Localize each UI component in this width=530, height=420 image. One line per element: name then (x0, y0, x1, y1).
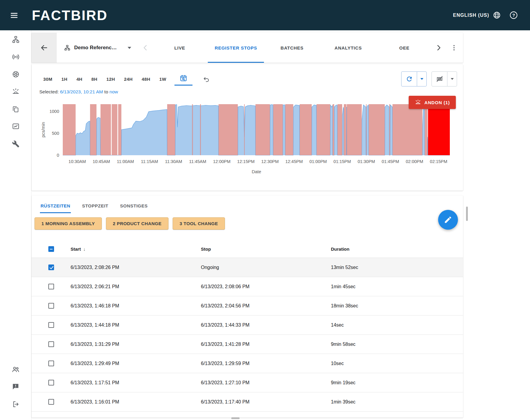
range-button-24h[interactable]: 24H (120, 74, 137, 85)
back-button[interactable] (32, 33, 57, 63)
stop-band[interactable] (273, 104, 283, 155)
stops-tab-stoppzeit[interactable]: STOPPZEIT (81, 198, 109, 213)
range-button-1h[interactable]: 1H (57, 74, 72, 85)
table-row[interactable]: 6/13/2023, 2:08:26 PMOngoing13min 52sec (32, 258, 463, 277)
language-selector[interactable]: ENGLISH (US) (453, 11, 501, 19)
tabs-scroll-right[interactable] (432, 44, 445, 52)
stop-band[interactable] (347, 104, 362, 155)
stops-tab-rüstzeiten[interactable]: RÜSTZEITEN (40, 198, 71, 213)
quick-action-3-tool-change[interactable]: 3 TOOL CHANGE (173, 217, 225, 230)
row-checkbox[interactable] (48, 399, 54, 405)
stop-band[interactable] (101, 104, 111, 155)
table-row[interactable]: 6/13/2023, 1:29:49 PM6/13/2023, 1:29:59 … (32, 354, 463, 373)
stop-band[interactable] (200, 104, 201, 155)
stop-band[interactable] (333, 104, 334, 155)
hierarchy-icon[interactable] (7, 31, 24, 48)
undo-icon[interactable] (201, 74, 212, 85)
stop-band[interactable] (244, 104, 245, 155)
broadcast-icon[interactable] (7, 48, 24, 65)
row-checkbox[interactable] (48, 284, 54, 289)
column-header-stop[interactable]: Stop (201, 246, 331, 252)
wheel-icon[interactable] (7, 65, 24, 83)
insights-icon[interactable] (7, 118, 24, 135)
table-row[interactable]: 6/13/2023, 1:16:01 PM6/13/2023, 1:17:40 … (32, 392, 463, 412)
selected-from-link[interactable]: 6/13/2023, 10:21 AM (60, 89, 103, 94)
exclude-stops-options-button[interactable] (447, 71, 457, 86)
range-button-48h[interactable]: 48H (137, 74, 155, 85)
range-button-4h[interactable]: 4H (72, 74, 87, 85)
row-checkbox[interactable] (48, 322, 54, 328)
device-selector[interactable]: Demo Referenc… (64, 44, 139, 51)
quick-action-1-morning-assembly[interactable]: 1 MORNING ASSEMBLY (35, 217, 102, 230)
edit-fab[interactable] (438, 210, 458, 230)
table-row[interactable]: 6/13/2023, 1:31:29 PM6/13/2023, 1:41:28 … (32, 335, 463, 354)
feedback-icon[interactable] (7, 378, 24, 395)
range-button-1w[interactable]: 1W (155, 74, 171, 85)
stops-tab-sonstiges[interactable]: SONSTIGES (120, 198, 148, 213)
column-header-start[interactable]: Start↓ (71, 246, 201, 252)
row-checkbox[interactable] (48, 361, 54, 366)
stop-band[interactable] (425, 104, 427, 155)
people-icon[interactable] (7, 361, 24, 378)
production-rate-chart[interactable]: 10:30AM10:45AM11:00AM11:15AM11:30AM11:45… (32, 101, 463, 179)
range-button-30m[interactable]: 30M (39, 74, 57, 85)
row-checkbox[interactable] (48, 341, 54, 347)
stop-band[interactable] (344, 104, 347, 155)
tab-analytics[interactable]: ANALYTICS (320, 33, 376, 63)
refresh-options-button[interactable] (417, 71, 427, 86)
tab-oee[interactable]: OEE (376, 33, 432, 63)
stop-band[interactable] (219, 104, 238, 155)
stop-band[interactable] (63, 104, 76, 155)
stop-band[interactable] (167, 104, 175, 155)
andon-button[interactable]: ANDON (1) (409, 96, 456, 109)
wrench-icon[interactable] (7, 135, 24, 153)
cell-start: 6/13/2023, 2:08:26 PM (71, 265, 201, 270)
custom-range-button[interactable] (174, 72, 192, 86)
table-row[interactable]: 6/13/2023, 1:17:51 PM6/13/2023, 1:27:10 … (32, 373, 463, 392)
selected-to-link[interactable]: now (110, 89, 118, 94)
stop-band[interactable] (118, 104, 122, 155)
stop-band[interactable] (389, 104, 390, 155)
stop-band[interactable] (316, 104, 330, 155)
table-row[interactable]: 6/13/2023, 1:44:18 PM6/13/2023, 1:44:33 … (32, 316, 463, 335)
tab-batches[interactable]: BATCHES (264, 33, 320, 63)
vertical-scrollbar-thumb[interactable] (466, 207, 468, 221)
stop-band[interactable] (112, 104, 117, 155)
range-button-12h[interactable]: 12H (102, 74, 120, 85)
hamburger-icon[interactable] (10, 11, 19, 20)
stop-category-tabs: RÜSTZEITENSTOPPZEITSONSTIGES (32, 198, 463, 213)
cell-stop: 6/13/2023, 1:29:59 PM (201, 361, 331, 366)
stop-band[interactable] (90, 104, 96, 155)
stop-band[interactable] (392, 104, 422, 155)
x-tick-label: 02:15PM (430, 159, 447, 164)
help-icon[interactable]: ? (509, 11, 518, 20)
ongoing-stop-band[interactable] (428, 104, 450, 155)
range-button-8h[interactable]: 8H (87, 74, 102, 85)
andon-light-icon[interactable] (7, 83, 24, 100)
row-checkbox[interactable] (48, 303, 54, 309)
quick-action-2-product-change[interactable]: 2 PRODUCT CHANGE (106, 217, 168, 230)
kebab-menu-icon[interactable] (445, 44, 463, 51)
tab-live[interactable]: LIVE (152, 33, 208, 63)
table-row[interactable]: 6/13/2023, 1:46:18 PM6/13/2023, 2:04:56 … (32, 296, 463, 316)
row-checkbox[interactable] (48, 264, 54, 270)
stop-band[interactable] (338, 104, 342, 155)
select-all-checkbox[interactable] (48, 246, 54, 252)
stop-band[interactable] (285, 104, 293, 155)
stop-band[interactable] (192, 104, 193, 155)
refresh-button[interactable] (401, 71, 417, 86)
tabs-scroll-left[interactable] (139, 44, 152, 52)
tab-register-stops[interactable]: REGISTER STOPS (208, 33, 264, 63)
table-row[interactable]: 6/13/2023, 2:06:21 PM6/13/2023, 2:08:06 … (32, 277, 463, 296)
stop-band[interactable] (300, 104, 312, 155)
row-checkbox[interactable] (48, 380, 54, 385)
horizontal-scrollbar-thumb[interactable] (231, 417, 240, 419)
exit-icon[interactable] (7, 395, 24, 413)
copy-icon[interactable] (7, 100, 24, 118)
stop-band[interactable] (256, 104, 270, 155)
x-tick-label: 02:00PM (406, 159, 423, 164)
exclude-stops-button[interactable] (432, 71, 447, 86)
column-header-duration[interactable]: Duration (331, 246, 463, 252)
stop-band[interactable] (366, 104, 367, 155)
stop-band[interactable] (369, 104, 385, 155)
